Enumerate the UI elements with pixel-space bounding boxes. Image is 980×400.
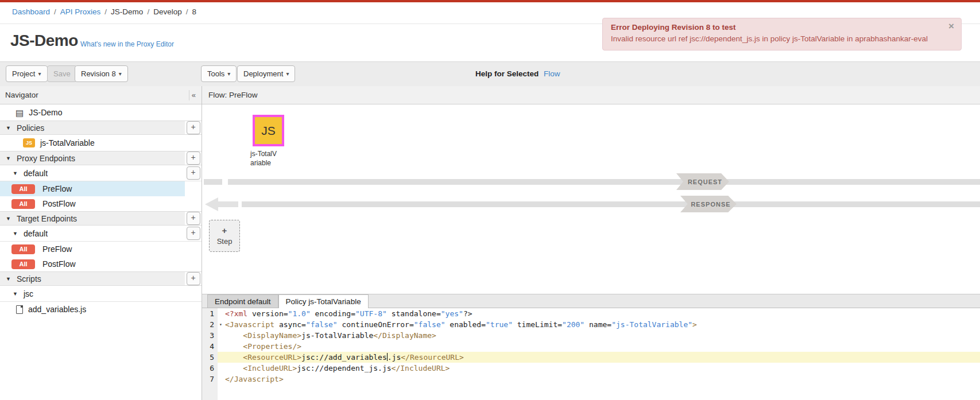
nav-gutter: [185, 181, 202, 196]
js-policy-node[interactable]: JS: [253, 115, 284, 146]
code-text: <DisplayName>js-TotalVariable</DisplayNa…: [224, 330, 980, 341]
triangle-down-icon[interactable]: ▼: [13, 170, 18, 176]
triangle-down-icon[interactable]: ▼: [13, 291, 18, 297]
nav-row-target-endpoints[interactable]: ▼Target Endpoints+: [0, 211, 202, 226]
add-button[interactable]: +: [187, 212, 200, 225]
add-button[interactable]: +: [187, 166, 200, 180]
proxy-list-icon: ▤: [16, 108, 24, 117]
js-policy-label: js-TotalV ariable: [250, 149, 287, 168]
nav-item-label: Policies: [17, 123, 44, 133]
nav-row-add-variables-js[interactable]: add_variables.js: [0, 302, 202, 317]
nav-item-content[interactable]: ▼Target Endpoints: [0, 212, 185, 225]
nav-gutter: +: [185, 165, 202, 181]
nav-item-label: PreFlow: [42, 184, 72, 193]
nav-item-content[interactable]: ▼default: [0, 226, 185, 241]
nav-row-proxy-endpoints[interactable]: ▼Proxy Endpoints+: [0, 151, 202, 165]
nav-item-content[interactable]: ▼Policies: [0, 121, 185, 134]
project-dropdown-button[interactable]: Project ▾: [6, 65, 48, 82]
editor-tab-bar: Endpoint defaultPolicy js-TotalVariable: [202, 294, 980, 308]
whats-new-link[interactable]: What's new in the Proxy Editor: [80, 40, 174, 48]
revision-dropdown-button[interactable]: Revision 8 ▾: [75, 65, 128, 82]
tab-policy-js-totalvariable[interactable]: Policy js-TotalVariable: [278, 294, 369, 308]
triangle-down-icon[interactable]: ▼: [6, 276, 11, 282]
nav-item-label: Proxy Endpoints: [17, 154, 75, 163]
nav-row-js-totalvariable[interactable]: JSjs-TotalVariable: [0, 135, 202, 151]
nav-row-postflow[interactable]: AllPostFlow: [0, 196, 202, 211]
add-button[interactable]: +: [187, 152, 200, 165]
toolbar: Project ▾ Save Revision 8 ▾ Tools ▾ Depl…: [0, 61, 980, 87]
triangle-down-icon[interactable]: ▼: [6, 156, 11, 161]
nav-gutter: [185, 302, 202, 317]
tab-endpoint-default[interactable]: Endpoint default: [207, 294, 278, 308]
caret-down-icon: ▾: [38, 71, 41, 77]
all-conditions-badge: All: [11, 184, 35, 194]
nav-gutter: +: [185, 212, 202, 225]
triangle-down-icon[interactable]: ▼: [13, 231, 18, 236]
flow-help-link[interactable]: Flow: [544, 69, 560, 78]
breadcrumb-separator: /: [104, 7, 107, 16]
line-number: 2: [202, 319, 218, 330]
breadcrumb-item-dashboard[interactable]: Dashboard: [12, 7, 50, 16]
nav-row-default[interactable]: ▼default+: [0, 165, 202, 181]
line-number: 3: [202, 330, 218, 341]
nav-row-jsc[interactable]: ▼jsc: [0, 286, 202, 302]
breadcrumb-item-api-proxies[interactable]: API Proxies: [60, 7, 101, 16]
code-text: <IncludeURL>jsc://dependent_js.js</Inclu…: [224, 363, 980, 374]
triangle-down-icon[interactable]: ▼: [6, 125, 11, 131]
nav-item-content[interactable]: ▼Scripts: [0, 272, 185, 285]
code-line-4: 4 <Properties/>: [202, 341, 980, 352]
save-button[interactable]: Save: [47, 65, 77, 82]
fold-spacer: [218, 308, 224, 319]
nav-gutter: [185, 286, 202, 301]
nav-item-content[interactable]: AllPostFlow: [0, 196, 185, 211]
breadcrumb-item-develop: Develop: [153, 7, 182, 16]
nav-row-policies[interactable]: ▼Policies+: [0, 121, 202, 135]
nav-item-content[interactable]: add_variables.js: [0, 302, 185, 317]
nav-row-js-demo[interactable]: ▤JS-Demo: [0, 104, 202, 121]
nav-row-scripts[interactable]: ▼Scripts+: [0, 271, 202, 286]
fold-spacer: [218, 330, 224, 341]
close-icon[interactable]: ×: [948, 21, 954, 31]
collapse-panel-icon[interactable]: «: [189, 90, 198, 100]
nav-gutter: [185, 242, 202, 257]
add-button[interactable]: +: [187, 272, 200, 285]
nav-item-content[interactable]: ▼Proxy Endpoints: [0, 152, 185, 165]
nav-item-label: Scripts: [17, 274, 41, 284]
nav-item-label: jsc: [24, 289, 33, 298]
add-step-button[interactable]: + Step: [209, 220, 240, 252]
code-line-2: 2▾<Javascript async="false" continueOnEr…: [202, 319, 980, 330]
tools-dropdown-button[interactable]: Tools ▾: [201, 65, 237, 82]
nav-item-content[interactable]: JSjs-TotalVariable: [0, 135, 185, 151]
error-notification: Error Deploying Revision 8 to test Inval…: [602, 18, 962, 51]
nav-item-content[interactable]: AllPreFlow: [0, 242, 185, 257]
response-ribbon: RESPONSE: [680, 196, 737, 212]
nav-row-default[interactable]: ▼default+: [0, 226, 202, 242]
nav-item-label: js-TotalVariable: [40, 138, 95, 147]
fold-spacer: [218, 352, 224, 363]
nav-row-preflow[interactable]: AllPreFlow: [0, 242, 202, 257]
deployment-dropdown-button[interactable]: Deployment ▾: [237, 65, 295, 82]
error-title: Error Deploying Revision 8 to test: [611, 23, 935, 32]
nav-item-content[interactable]: ▼jsc: [0, 286, 185, 301]
navigator-title: Navigator: [5, 91, 38, 99]
fold-triangle-icon[interactable]: ▾: [218, 319, 224, 330]
add-button[interactable]: +: [187, 227, 200, 240]
nav-row-postflow[interactable]: AllPostFlow: [0, 257, 202, 271]
nav-item-content[interactable]: ▼default: [0, 165, 185, 181]
nav-item-content[interactable]: AllPreFlow: [0, 181, 185, 196]
flow-panel-title: Flow: PreFlow: [208, 91, 258, 99]
nav-item-label: default: [24, 169, 48, 178]
triangle-down-icon[interactable]: ▼: [6, 216, 11, 222]
add-button[interactable]: +: [187, 121, 200, 134]
all-conditions-badge: All: [11, 244, 35, 254]
request-ribbon: REQUEST: [676, 173, 729, 190]
nav-item-content[interactable]: AllPostFlow: [0, 257, 185, 271]
request-flow-stub: [204, 179, 222, 185]
code-text: <Properties/>: [224, 341, 980, 352]
nav-row-preflow[interactable]: AllPreFlow: [0, 181, 202, 196]
nav-gutter: [185, 135, 202, 151]
app-window: Dashboard/API Proxies/JS-Demo/Develop/8 …: [0, 0, 980, 400]
code-text: <Javascript async="false" continueOnErro…: [224, 319, 980, 330]
code-editor[interactable]: 1<?xml version="1.0" encoding="UTF-8" st…: [202, 308, 980, 400]
nav-item-content[interactable]: ▤JS-Demo: [0, 104, 185, 121]
